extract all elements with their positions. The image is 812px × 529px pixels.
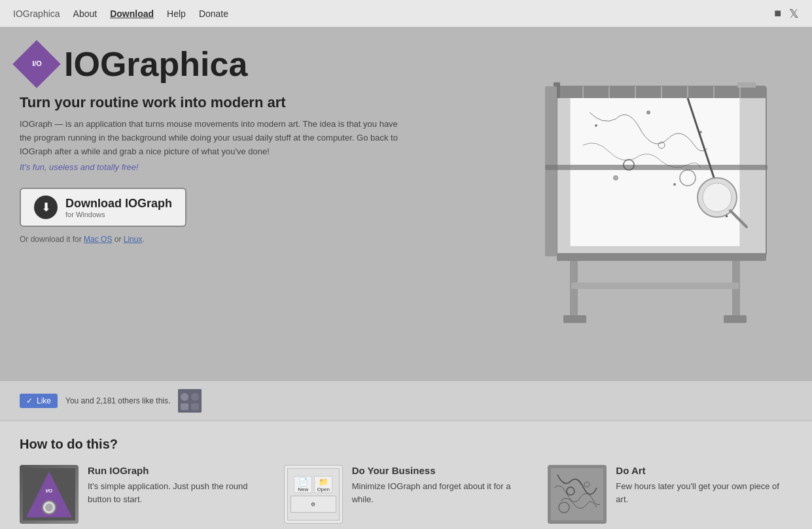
- nav-donate[interactable]: Donate: [199, 9, 228, 19]
- drawing-table-svg: [531, 47, 779, 367]
- hero-left: I/O IOGraphica Turn your routine work in…: [20, 47, 399, 244]
- navigation: IOGraphica About Download Help Donate ■ …: [0, 0, 812, 27]
- checkmark-icon: ✓: [26, 396, 33, 405]
- svg-rect-13: [545, 165, 768, 170]
- hero-section: I/O IOGraphica Turn your routine work in…: [0, 27, 812, 381]
- step1-desc: It's simple application. Just push the r…: [88, 480, 264, 505]
- social-bar: ✓ Like You and 2,181 others like this.: [0, 381, 812, 421]
- svg-text:I/O: I/O: [46, 488, 53, 494]
- svg-rect-12: [545, 86, 557, 256]
- svg-point-34: [191, 393, 199, 401]
- nav-about[interactable]: About: [73, 9, 97, 19]
- download-button[interactable]: ⬇ Download IOGraph for Windows: [20, 188, 186, 227]
- twitter-icon[interactable]: 𝕏: [789, 7, 799, 21]
- avatar-thumbs: [178, 389, 202, 413]
- svg-rect-30: [571, 282, 739, 289]
- mac-download-link[interactable]: Mac OS: [84, 235, 112, 244]
- hero-logo: I/O IOGraphica: [20, 47, 399, 81]
- hero-description: IOGraph — is an application that turns m…: [20, 118, 399, 158]
- svg-point-42: [45, 503, 53, 511]
- step2-desc: Minimize IOGraph and forget about it for…: [352, 480, 529, 505]
- hero-image: [518, 47, 792, 367]
- how-step-1: I/O Run IOGraph It's simple application.…: [20, 465, 264, 524]
- download-icon: ⬇: [34, 196, 58, 219]
- step3-desc: Few hours later you'll get your own piec…: [616, 480, 792, 505]
- nav-download[interactable]: Download: [110, 9, 154, 19]
- step2-text: Do Your Business Minimize IOGraph and fo…: [352, 465, 529, 524]
- download-sub-label: for Windows: [65, 211, 172, 218]
- facebook-icon[interactable]: ■: [774, 7, 781, 21]
- svg-point-16: [703, 183, 732, 212]
- svg-rect-31: [557, 253, 766, 261]
- svg-rect-1: [570, 96, 740, 247]
- svg-rect-28: [563, 315, 586, 323]
- social-icons: ■ 𝕏: [774, 7, 799, 21]
- how-title: How to do this?: [20, 437, 792, 452]
- step3-icon: [548, 465, 607, 524]
- app-logo-diamond: I/O: [12, 40, 61, 88]
- svg-rect-35: [181, 403, 188, 410]
- download-main-label: Download IOGraph: [65, 197, 172, 211]
- step3-title: Do Art: [616, 465, 792, 476]
- hero-fun-text: It's fun, useless and totally free!: [20, 162, 399, 172]
- linux-download-link[interactable]: Linux: [124, 235, 143, 244]
- svg-point-23: [673, 183, 676, 186]
- like-label: Like: [37, 396, 51, 405]
- step2-icon: 📄 New 📁 Open ⚙: [284, 465, 343, 524]
- how-section: How to do this? I/O Run IOGraph It's sim…: [0, 421, 812, 529]
- how-steps: I/O Run IOGraph It's simple application.…: [20, 465, 792, 524]
- svg-rect-43: [551, 468, 603, 520]
- like-count: You and 2,181 others like this.: [65, 396, 170, 405]
- step1-title: Run IOGraph: [88, 465, 264, 476]
- how-step-2: 📄 New 📁 Open ⚙ Do Your Business Minimize…: [284, 465, 529, 524]
- step1-text: Run IOGraph It's simple application. Jus…: [88, 465, 264, 524]
- nav-help[interactable]: Help: [167, 9, 186, 19]
- alt-download-text: Or download it for Mac OS or Linux.: [20, 235, 399, 244]
- svg-point-33: [181, 393, 188, 401]
- like-button[interactable]: ✓ Like: [20, 394, 58, 408]
- svg-point-25: [699, 131, 702, 133]
- step2-title: Do Your Business: [352, 465, 529, 476]
- step3-text: Do Art Few hours later you'll get your o…: [616, 465, 792, 524]
- svg-point-21: [595, 124, 597, 127]
- nav-brand[interactable]: IOGraphica: [13, 9, 60, 19]
- new-label: New: [298, 486, 308, 492]
- svg-rect-36: [191, 403, 199, 410]
- app-name: IOGraphica: [64, 47, 247, 81]
- hero-tagline: Turn your routine work into modern art: [20, 94, 399, 111]
- svg-rect-29: [724, 315, 747, 323]
- svg-point-22: [646, 111, 650, 114]
- toolbar-mock: 📄 New 📁 Open ⚙: [287, 468, 340, 520]
- nav-links: About Download Help Donate: [73, 9, 775, 19]
- svg-point-24: [613, 175, 618, 180]
- step1-icon: I/O: [20, 465, 79, 524]
- how-step-3: Do Art Few hours later you'll get your o…: [548, 465, 792, 524]
